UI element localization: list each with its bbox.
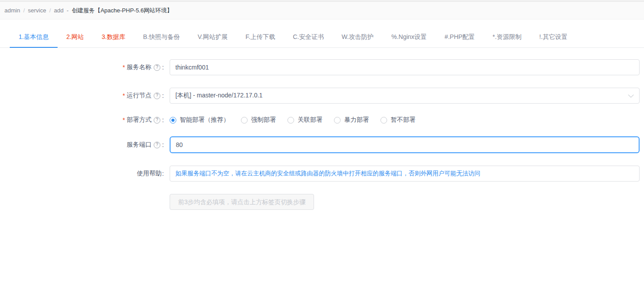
next-step-disabled-button[interactable]: 前3步均含必填项，请点击上方标签页切换步骤 xyxy=(170,194,314,210)
radio-icon xyxy=(170,117,176,124)
submit-control: 前3步均含必填项，请点击上方标签页切换步骤 xyxy=(170,194,640,210)
breadcrumb-item-admin[interactable]: admin xyxy=(4,7,20,14)
page-title: 创建服务【Apache-PHP-5.6网站环境】 xyxy=(72,7,173,15)
tab-php-config[interactable]: #.PHP配置 xyxy=(436,27,484,48)
tab-resource-limit[interactable]: *.资源限制 xyxy=(484,27,530,48)
radio-icon xyxy=(380,117,387,124)
breadcrumb: admin / service / add - 创建服务【Apache-PHP-… xyxy=(0,2,644,19)
deploy-mode-label: * 部署方式 ? : xyxy=(0,116,170,124)
run-node-row: * 运行节点 ? : [本机] - master-node/172.17.0.1 xyxy=(0,88,644,104)
radio-label: 强制部署 xyxy=(251,116,276,124)
service-name-label: * 服务名称 ? : xyxy=(0,63,170,71)
service-port-control xyxy=(170,136,640,153)
help-question-icon[interactable]: ? xyxy=(154,64,160,71)
radio-label: 智能部署（推荐） xyxy=(180,116,229,124)
help-question-icon[interactable]: ? xyxy=(154,142,160,148)
tab-other-settings[interactable]: !.其它设置 xyxy=(530,27,576,48)
service-port-input[interactable] xyxy=(170,136,640,153)
tab-site-extension[interactable]: V.网站扩展 xyxy=(189,27,237,48)
required-mark: * xyxy=(123,92,125,99)
service-port-label: 服务端口 ? : xyxy=(0,141,170,149)
radio-label: 关联部署 xyxy=(298,116,322,124)
service-name-control xyxy=(170,59,640,75)
label-colon: : xyxy=(162,116,164,124)
breadcrumb-item-add[interactable]: add xyxy=(54,7,64,14)
submit-row: 前3步均含必填项，请点击上方标签页切换步骤 xyxy=(0,194,644,210)
run-node-selected-value: [本机] - master-node/172.17.0.1 xyxy=(175,92,263,100)
run-node-select[interactable]: [本机] - master-node/172.17.0.1 xyxy=(170,88,640,104)
radio-icon xyxy=(334,117,341,124)
radio-force-deploy[interactable]: 强制部署 xyxy=(241,116,276,124)
required-mark: * xyxy=(123,116,125,124)
breadcrumb-separator: / xyxy=(49,7,51,14)
radio-label: 暂不部署 xyxy=(391,116,415,124)
service-name-label-text: 服务名称 xyxy=(127,63,151,71)
breadcrumb-separator: / xyxy=(23,7,25,14)
usage-help-text-box: 如果服务端口不为空，请在云主机商的安全组或路由器的防火墙中打开相应的服务端口，否… xyxy=(170,166,640,182)
tab-bar: 1.基本信息 2.网站 3.数据库 B.快照与备份 V.网站扩展 F.上传下载 … xyxy=(0,27,644,48)
tab-nginx-settings[interactable]: %.Nginx设置 xyxy=(382,27,435,48)
radio-linked-deploy[interactable]: 关联部署 xyxy=(287,116,322,124)
breadcrumb-dash: - xyxy=(67,7,69,14)
deploy-mode-radio-group: 智能部署（推荐） 强制部署 关联部署 暴力部署 暂不部署 xyxy=(170,116,640,124)
radio-label: 暴力部署 xyxy=(344,116,369,124)
label-colon: : xyxy=(162,64,164,71)
radio-icon xyxy=(241,117,248,124)
label-colon: : xyxy=(162,92,164,99)
deploy-mode-row: * 部署方式 ? : 智能部署（推荐） 强制部署 关联部署 xyxy=(0,116,644,124)
radio-brute-deploy[interactable]: 暴力部署 xyxy=(334,116,369,124)
label-colon: : xyxy=(162,141,164,148)
tab-upload-download[interactable]: F.上传下载 xyxy=(237,27,284,48)
help-question-icon[interactable]: ? xyxy=(154,93,160,99)
service-name-input[interactable] xyxy=(170,59,640,75)
tab-basic-info[interactable]: 1.基本信息 xyxy=(10,27,58,48)
usage-help-label: 使用帮助 : xyxy=(0,170,170,178)
service-port-label-text: 服务端口 xyxy=(127,141,151,149)
usage-help-text: 如果服务端口不为空，请在云主机商的安全组或路由器的防火墙中打开相应的服务端口，否… xyxy=(175,170,481,178)
tab-website[interactable]: 2.网站 xyxy=(58,27,93,48)
tab-database[interactable]: 3.数据库 xyxy=(93,27,134,48)
deploy-mode-label-text: 部署方式 xyxy=(127,116,151,124)
radio-no-deploy[interactable]: 暂不部署 xyxy=(380,116,415,124)
usage-help-row: 使用帮助 : 如果服务端口不为空，请在云主机商的安全组或路由器的防火墙中打开相应… xyxy=(0,166,644,182)
tab-ssl-cert[interactable]: C.安全证书 xyxy=(284,27,333,48)
usage-help-control: 如果服务端口不为空，请在云主机商的安全组或路由器的防火墙中打开相应的服务端口，否… xyxy=(170,166,640,182)
required-mark: * xyxy=(123,64,125,71)
deploy-mode-control: 智能部署（推荐） 强制部署 关联部署 暴力部署 暂不部署 xyxy=(170,116,640,124)
label-colon: : xyxy=(162,170,164,177)
run-node-control: [本机] - master-node/172.17.0.1 xyxy=(170,88,640,104)
run-node-label: * 运行节点 ? : xyxy=(0,92,170,100)
radio-icon xyxy=(287,117,294,124)
create-service-form: * 服务名称 ? : * 运行节点 ? : [本机] - master-node… xyxy=(0,48,644,210)
breadcrumb-item-service[interactable]: service xyxy=(28,7,46,14)
radio-smart-deploy[interactable]: 智能部署（推荐） xyxy=(170,116,229,124)
service-port-row: 服务端口 ? : xyxy=(0,136,644,153)
tab-snapshot-backup[interactable]: B.快照与备份 xyxy=(134,27,189,48)
service-name-row: * 服务名称 ? : xyxy=(0,59,644,75)
help-question-icon[interactable]: ? xyxy=(154,117,160,124)
tab-attack-protection[interactable]: W.攻击防护 xyxy=(333,27,382,48)
run-node-label-text: 运行节点 xyxy=(127,92,151,100)
chevron-down-icon xyxy=(628,92,634,98)
usage-help-label-text: 使用帮助 xyxy=(137,170,162,178)
